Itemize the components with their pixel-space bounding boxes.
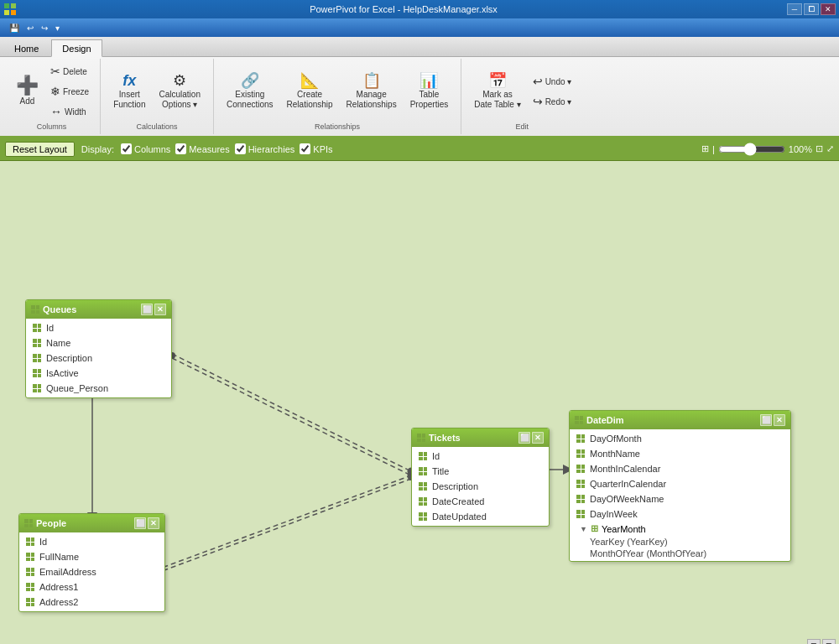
people-table-controls[interactable]: ⬜ ✕ (134, 517, 159, 529)
queues-maximize-btn[interactable]: ⬜ (141, 304, 153, 315)
table-row[interactable]: MonthName (570, 446, 790, 461)
delete-icon: ✂ (50, 65, 60, 78)
freeze-button[interactable]: ❄ Freeze (46, 82, 93, 101)
svg-rect-2 (4, 10, 9, 15)
qa-redo[interactable]: ↪ (39, 23, 50, 34)
app-icon (3, 3, 17, 16)
display-checkboxes: Columns Measures Hierarchies KPIs (121, 143, 333, 154)
table-row[interactable]: Description (412, 479, 549, 494)
table-row[interactable]: DayOfMonth (570, 431, 790, 446)
calc-buttons: fx InsertFunction ⚙ CalculationOptions ▾ (107, 62, 206, 121)
people-maximize-btn[interactable]: ⬜ (134, 517, 146, 529)
create-relationship-button[interactable]: 📐 CreateRelationship (281, 70, 339, 113)
queues-table-controls[interactable]: ⬜ ✕ (141, 304, 166, 315)
datedim-table[interactable]: DateDim ⬜ ✕ DayOfMonth MonthName MonthIn… (569, 410, 791, 562)
hierarchies-checkbox[interactable] (235, 143, 246, 154)
tickets-table-controls[interactable]: ⬜ ✕ (519, 432, 544, 444)
restore-btn[interactable]: ⧠ (804, 3, 819, 15)
table-row[interactable]: IsActive (26, 366, 171, 381)
minimize-btn[interactable]: ─ (787, 3, 802, 15)
existing-connections-icon: 🔗 (241, 73, 259, 88)
table-row[interactable]: Address2 (19, 595, 164, 610)
existing-connections-label: ExistingConnections (227, 90, 274, 110)
people-table[interactable]: People ⬜ ✕ Id FullName EmailAddress (18, 513, 165, 612)
field-name: Queue_Person (46, 383, 108, 393)
existing-connections-button[interactable]: 🔗 ExistingConnections (221, 70, 279, 113)
people-table-header: People ⬜ ✕ (19, 514, 164, 532)
insert-function-button[interactable]: fx InsertFunction (107, 70, 151, 113)
table-row[interactable]: Description (26, 351, 171, 366)
table-row[interactable]: Address1 (19, 579, 164, 595)
field-name: Id (46, 323, 54, 333)
qa-dropdown[interactable]: ▾ (53, 23, 62, 34)
field-icon (575, 493, 586, 505)
tab-design[interactable]: Design (51, 39, 102, 57)
redo-button[interactable]: ↪ Redo ▾ (529, 92, 576, 111)
field-name: Id (432, 451, 440, 461)
ribbon-group-relationships: 🔗 ExistingConnections 📐 CreateRelationsh… (214, 59, 461, 134)
table-row[interactable]: DateUpdated (412, 509, 549, 524)
table-row[interactable]: MonthInCalendar (570, 461, 790, 476)
table-row[interactable]: EmailAddress (19, 564, 164, 579)
columns-checkbox-label[interactable]: Columns (121, 143, 170, 154)
window-controls[interactable]: ─ ⧠ ✕ (787, 3, 836, 15)
kpis-checkbox[interactable] (300, 143, 310, 154)
datedim-table-controls[interactable]: ⬜ ✕ (760, 414, 785, 426)
tab-home[interactable]: Home (3, 39, 50, 56)
tickets-maximize-btn[interactable]: ⬜ (519, 432, 530, 444)
hierarchies-checkbox-label[interactable]: Hierarchies (235, 143, 295, 154)
hierarchy-item[interactable]: ▼ ⊞ YearMonth (570, 522, 790, 536)
grid-icon (419, 452, 427, 460)
measures-checkbox[interactable] (175, 143, 186, 154)
table-row[interactable]: DayOfWeekName (570, 491, 790, 506)
tickets-close-btn[interactable]: ✕ (532, 432, 544, 444)
undo-button[interactable]: ↩ Undo ▾ (529, 72, 576, 91)
table-row[interactable]: Id (26, 320, 171, 335)
field-name: Id (39, 537, 47, 547)
zoom-slider[interactable] (718, 143, 785, 155)
datedim-close-btn[interactable]: ✕ (774, 414, 785, 426)
table-properties-button[interactable]: 📊 TableProperties (404, 70, 455, 113)
grid-icon (419, 467, 427, 475)
width-button[interactable]: ↔ Width (46, 102, 93, 121)
datedim-maximize-btn[interactable]: ⬜ (760, 414, 772, 426)
qa-undo[interactable]: ↩ (24, 23, 36, 34)
calc-options-button[interactable]: ⚙ CalculationOptions ▾ (153, 70, 206, 113)
date-table-label: Mark asDate Table ▾ (474, 90, 520, 110)
field-name: DateCreated (432, 496, 484, 506)
diagram-area[interactable]: Queues ⬜ ✕ Id Name Description IsAct (0, 161, 839, 644)
add-label: Add (20, 96, 35, 106)
status-grid-btn[interactable]: ⊞ (807, 639, 821, 644)
tickets-table[interactable]: Tickets ⬜ ✕ Id Title Description Dat (411, 428, 550, 527)
close-btn[interactable]: ✕ (821, 3, 836, 15)
field-icon (575, 508, 586, 520)
kpis-checkbox-label[interactable]: KPIs (300, 143, 332, 154)
measures-checkbox-label[interactable]: Measures (175, 143, 229, 154)
toolbar-right: ⊞ | 100% ⊡ ⤢ (701, 143, 834, 155)
field-name: Title (432, 466, 449, 476)
table-row[interactable]: Name (26, 335, 171, 351)
columns-checkbox[interactable] (121, 143, 132, 154)
manage-relationships-button[interactable]: 📋 ManageRelationships (341, 70, 403, 113)
table-row[interactable]: Id (19, 534, 164, 549)
table-row[interactable]: Id (412, 449, 549, 464)
queues-table[interactable]: Queues ⬜ ✕ Id Name Description IsAct (25, 299, 172, 398)
table-row[interactable]: QuarterInCalendar (570, 476, 790, 491)
delete-button[interactable]: ✂ Delete (46, 62, 93, 80)
people-table-body: Id FullName EmailAddress Address1 Addres… (19, 532, 164, 611)
queues-close-btn[interactable]: ✕ (154, 304, 166, 315)
add-button[interactable]: ➕ Add (10, 73, 44, 110)
table-row[interactable]: Queue_Person (26, 381, 171, 396)
table-row[interactable]: FullName (19, 549, 164, 564)
table-row[interactable]: DateCreated (412, 494, 549, 509)
table-row[interactable]: Title (412, 464, 549, 479)
reset-layout-button[interactable]: Reset Layout (5, 142, 75, 157)
edit-buttons: 📅 Mark asDate Table ▾ ↩ Undo ▾ ↪ Redo ▾ (468, 62, 576, 121)
queues-title-group: Queues (31, 304, 76, 314)
grid-icon (33, 369, 41, 377)
status-diagram-btn[interactable]: ⊟ (822, 639, 836, 644)
mark-as-date-table-button[interactable]: 📅 Mark asDate Table ▾ (468, 70, 526, 113)
table-row[interactable]: DayInWeek (570, 506, 790, 522)
people-close-btn[interactable]: ✕ (148, 517, 159, 529)
qa-save[interactable]: 💾 (7, 23, 22, 34)
